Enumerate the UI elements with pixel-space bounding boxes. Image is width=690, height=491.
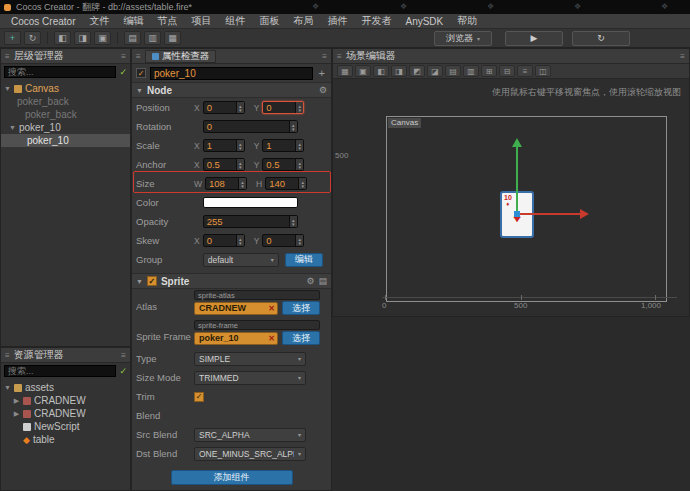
trim-checkbox[interactable]: ✓	[194, 392, 204, 402]
stepper-icon[interactable]: ▴▾	[295, 235, 303, 246]
gear-icon[interactable]: ⚙	[306, 276, 314, 286]
rotation-field[interactable]: 0 ▴▾	[203, 120, 298, 133]
stepper-icon[interactable]: ▴▾	[295, 140, 303, 151]
rotate-tool-icon[interactable]: ↻	[24, 31, 41, 45]
scene-tool-icon[interactable]: ◧	[373, 65, 389, 77]
tree-node-canvas[interactable]: ▼ Canvas	[1, 82, 130, 95]
menu-node[interactable]: 节点	[150, 14, 184, 28]
menu-panel[interactable]: 面板	[252, 14, 286, 28]
size-mode-dropdown[interactable]: TRIMMED ▾	[194, 371, 306, 385]
menu-app[interactable]: Cocos Creator	[4, 16, 82, 27]
node-active-checkbox[interactable]: ✓	[136, 68, 146, 78]
expand-arrow-icon[interactable]: ▼	[4, 384, 11, 391]
anchor-y-field[interactable]: 0.5 ▴▾	[262, 158, 304, 171]
gizmo-y-arrowhead-icon[interactable]	[512, 138, 522, 147]
pivot-toggle-icon[interactable]: ▤	[124, 31, 141, 45]
sprite-frame-asset-field[interactable]: poker_10 ✕	[194, 332, 278, 345]
anchor-toggle-icon[interactable]: ▥	[144, 31, 161, 45]
menu-help[interactable]: 帮助	[450, 14, 484, 28]
size-w-field[interactable]: 108 ▴▾	[205, 177, 247, 190]
stepper-icon[interactable]: ▴▾	[236, 102, 244, 113]
skew-x-field[interactable]: 0 ▴▾	[203, 234, 245, 247]
refresh-button[interactable]: ↻	[572, 31, 630, 46]
scene-tool-icon[interactable]: ≡	[517, 65, 533, 77]
panel-menu-icon[interactable]: ≡	[136, 52, 141, 61]
menu-developer[interactable]: 开发者	[354, 14, 398, 28]
menu-file[interactable]: 文件	[82, 14, 116, 28]
hierarchy-search-input[interactable]	[4, 66, 116, 78]
stepper-icon[interactable]: ▴▾	[295, 102, 303, 113]
clear-asset-icon[interactable]: ✕	[268, 304, 275, 313]
panel-options-icon[interactable]: ≡	[322, 52, 327, 61]
asset-script-newscript[interactable]: NewScript	[1, 420, 130, 433]
tree-node-poker-10-selected[interactable]: poker_10	[1, 134, 130, 147]
collapsed-arrow-icon[interactable]: ▶	[13, 397, 20, 405]
dst-blend-dropdown[interactable]: ONE_MINUS_SRC_ALPHA ▾	[194, 447, 306, 461]
gizmo-x-arrowhead-icon[interactable]	[580, 209, 589, 219]
menu-anysdk[interactable]: AnySDK	[398, 16, 450, 27]
gizmo-y-axis-handle[interactable]	[516, 147, 518, 214]
move-tool-icon[interactable]: +	[4, 31, 21, 45]
scene-viewport[interactable]: 使用鼠标右键平移视窗焦点，使用滚轮缩放视图 Canvas 500 0 500 1…	[333, 79, 689, 316]
menu-project[interactable]: 项目	[184, 14, 218, 28]
gizmo-origin-handle[interactable]	[514, 211, 520, 217]
expand-arrow-icon[interactable]: ▼	[4, 85, 11, 92]
scene-tool-icon[interactable]: ◫	[535, 65, 551, 77]
scene-tool-icon[interactable]: ◩	[409, 65, 425, 77]
sprite-enabled-checkbox[interactable]: ✓	[147, 276, 157, 286]
position-x-field[interactable]: 0 ▴▾	[203, 101, 245, 114]
scene-tool-icon[interactable]: ⊞	[481, 65, 497, 77]
stepper-icon[interactable]: ▴▾	[238, 178, 246, 189]
type-dropdown[interactable]: SIMPLE ▾	[194, 352, 306, 366]
asset-scene-table[interactable]: ◆ table	[1, 433, 130, 446]
asset-folder-cradnew-2[interactable]: ▶ CRADNEW	[1, 407, 130, 420]
scene-tool-icon[interactable]: ▤	[445, 65, 461, 77]
scale-tool-icon[interactable]: ◨	[74, 31, 91, 45]
position-y-field[interactable]: 0 ▴▾	[262, 101, 304, 114]
assets-search-input[interactable]	[4, 365, 116, 377]
panel-menu-icon[interactable]: ≡	[5, 52, 10, 61]
help-doc-icon[interactable]: ▤	[318, 276, 327, 286]
menu-edit[interactable]: 编辑	[116, 14, 150, 28]
scale-y-field[interactable]: 1 ▴▾	[262, 139, 304, 152]
stepper-icon[interactable]: ▴▾	[236, 235, 244, 246]
anchor-x-field[interactable]: 0.5 ▴▾	[203, 158, 245, 171]
asset-folder-assets[interactable]: ▼ assets	[1, 381, 130, 394]
atlas-select-button[interactable]: 选择	[282, 301, 320, 315]
inspector-tab[interactable]: 属性检查器	[145, 50, 217, 63]
group-dropdown[interactable]: default ▾	[203, 253, 279, 267]
panel-menu-icon[interactable]: ≡	[337, 52, 342, 61]
scene-tool-icon[interactable]: ⊟	[499, 65, 515, 77]
tree-node-poker-back-child[interactable]: poker_back	[1, 108, 130, 121]
scene-tool-icon[interactable]: ◨	[391, 65, 407, 77]
collapsed-arrow-icon[interactable]: ▶	[13, 410, 20, 418]
tree-node-poker-back[interactable]: poker_back	[1, 95, 130, 108]
scale-x-field[interactable]: 1 ▴▾	[203, 139, 245, 152]
scene-tool-icon[interactable]: ▥	[463, 65, 479, 77]
grid-toggle-icon[interactable]: ▦	[164, 31, 181, 45]
color-swatch[interactable]	[203, 197, 298, 208]
stepper-icon[interactable]: ▴▾	[236, 140, 244, 151]
atlas-asset-field[interactable]: CRADNEW ✕	[194, 302, 278, 315]
node-section-header[interactable]: ▼ Node ⚙	[132, 82, 331, 98]
stepper-icon[interactable]: ▴▾	[289, 121, 297, 132]
opacity-field[interactable]: 255 ▴▾	[203, 215, 298, 228]
create-asset-icon[interactable]: ✓	[119, 366, 127, 376]
clear-asset-icon[interactable]: ✕	[268, 334, 275, 343]
stepper-icon[interactable]: ▴▾	[236, 159, 244, 170]
panel-menu-icon[interactable]: ≡	[5, 351, 10, 360]
sprite-section-header[interactable]: ▼ ✓ Sprite ⚙ ▤	[132, 273, 331, 289]
gizmo-x-axis-handle[interactable]	[519, 213, 580, 215]
node-name-input[interactable]	[150, 67, 313, 80]
size-h-field[interactable]: 140 ▴▾	[265, 177, 307, 190]
tree-node-poker-10[interactable]: ▼ poker_10	[1, 121, 130, 134]
stepper-icon[interactable]: ▴▾	[289, 216, 297, 227]
play-button[interactable]: ▶	[505, 31, 563, 46]
scene-tool-icon[interactable]: ◪	[427, 65, 443, 77]
expand-arrow-icon[interactable]: ▼	[9, 124, 16, 131]
add-icon[interactable]: +	[317, 67, 327, 79]
asset-folder-cradnew[interactable]: ▶ CRADNEW	[1, 394, 130, 407]
skew-y-field[interactable]: 0 ▴▾	[262, 234, 304, 247]
rect-tool-icon[interactable]: ◧	[54, 31, 71, 45]
sprite-frame-select-button[interactable]: 选择	[282, 331, 320, 345]
